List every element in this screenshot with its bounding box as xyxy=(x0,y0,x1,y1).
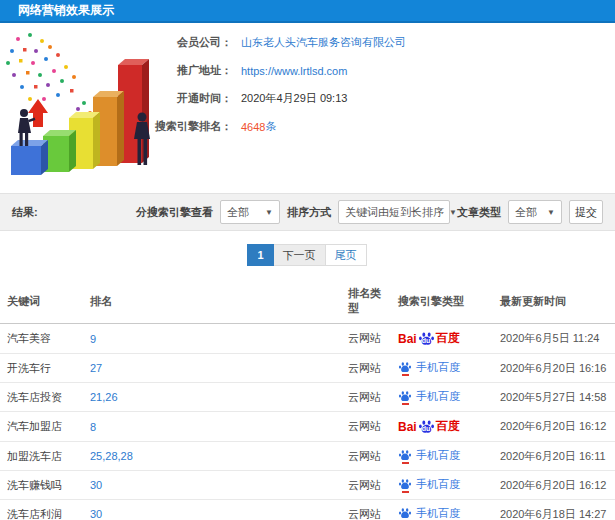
engine-view-label: 分搜索引擎查看 xyxy=(136,205,213,220)
keyword-cell: 汽车加盟店 xyxy=(0,412,85,442)
chevron-down-icon: ▼ xyxy=(449,208,457,217)
keyword-cell: 加盟洗车店 xyxy=(0,442,85,471)
table-row: 洗车赚钱吗 30 云网站 手机百度 2020年6月20日 16:12 xyxy=(0,471,615,500)
rank-type-cell: 云网站 xyxy=(343,412,393,442)
rank-count-label: 搜索引擎排名： xyxy=(148,119,232,134)
baidu-bai-text: Bai xyxy=(398,420,417,434)
rank-type-cell: 云网站 xyxy=(343,383,393,412)
result-label: 结果: xyxy=(12,205,38,220)
article-type-select[interactable]: 全部 ▼ xyxy=(508,200,562,224)
engine-cell: 手机百度 xyxy=(393,442,495,471)
article-type-selected: 全部 xyxy=(515,205,537,220)
rank-cell: 25,28,28 xyxy=(85,442,343,471)
keyword-cell: 汽车美容 xyxy=(0,324,85,354)
engine-view-select[interactable]: 全部 ▼ xyxy=(220,200,280,224)
filter-controls: 分搜索引擎查看 全部 ▼ 排序方式 关键词由短到长排序 ▼ 文章类型 全部 ▼ … xyxy=(136,200,603,224)
rank-link[interactable]: 8 xyxy=(90,421,96,433)
baidu-bai-text: Bai xyxy=(398,332,417,346)
company-info: 会员公司： 山东老人头汽车服务咨询有限公司 推广地址： https://www.… xyxy=(148,33,406,145)
info-row-rank-count: 搜索引擎排名： 4648 条 xyxy=(148,117,406,136)
mobile-baidu-paw-icon xyxy=(398,449,412,462)
updated-cell: 2020年6月20日 16:12 xyxy=(495,471,615,500)
company-name-link[interactable]: 山东老人头汽车服务咨询有限公司 xyxy=(241,35,406,50)
updated-cell: 2020年6月20日 16:12 xyxy=(495,412,615,442)
table-header-row: 关键词 排名 排名类型 搜索引擎类型 最新更新时间 xyxy=(0,278,615,324)
updated-cell: 2020年5月27日 14:58 xyxy=(495,383,615,412)
confetti-dots xyxy=(6,33,92,121)
keyword-cell: 开洗车行 xyxy=(0,354,85,383)
promo-url-link[interactable]: https://www.lrtlsd.com xyxy=(241,65,347,77)
col-rank: 排名 xyxy=(85,278,343,324)
baidu-mobile-logo: 手机百度 xyxy=(398,448,460,463)
rank-cell: 30 xyxy=(85,500,343,520)
rank-link[interactable]: 27 xyxy=(90,362,102,374)
baidu-mobile-logo: 手机百度 xyxy=(398,360,460,375)
updated-cell: 2020年6月18日 14:27 xyxy=(495,500,615,520)
submit-button[interactable]: 提交 xyxy=(569,200,603,224)
mobile-baidu-label: 手机百度 xyxy=(416,389,460,404)
baidu-paw-icon: du xyxy=(418,331,435,347)
up-arrow-icon xyxy=(28,99,48,127)
keyword-cell: 洗车赚钱吗 xyxy=(0,471,85,500)
page-1-button[interactable]: 1 xyxy=(247,244,273,266)
table-row: 汽车加盟店 8 云网站 Bai du 百度 2020年6月20日 16:12 xyxy=(0,412,615,442)
col-engine-type: 搜索引擎类型 xyxy=(393,278,495,324)
col-keyword: 关键词 xyxy=(0,278,85,324)
baidu-du-text: du xyxy=(422,425,431,432)
baidu-mobile-logo: 手机百度 xyxy=(398,477,460,492)
updated-cell: 2020年6月20日 16:16 xyxy=(495,354,615,383)
mobile-baidu-paw-icon xyxy=(398,507,412,520)
baidu-cn-text: 百度 xyxy=(436,330,460,347)
rank-link[interactable]: 30 xyxy=(90,508,102,520)
rank-type-cell: 云网站 xyxy=(343,354,393,383)
company-label: 会员公司： xyxy=(148,35,232,50)
updated-cell: 2020年6月20日 16:11 xyxy=(495,442,615,471)
baidu-pc-logo: Bai du 百度 xyxy=(398,330,460,347)
col-rank-type: 排名类型 xyxy=(343,278,393,324)
rank-count-value: 4648 xyxy=(241,121,265,133)
table-row: 汽车美容 9 云网站 Bai du 百度 2020年6月5日 11:24 xyxy=(0,324,615,354)
titlebar: 网络营销效果展示 xyxy=(0,0,615,23)
next-page-button[interactable]: 下一页 xyxy=(273,244,326,266)
engine-cell: 手机百度 xyxy=(393,471,495,500)
filter-bar: 结果: 分搜索引擎查看 全部 ▼ 排序方式 关键词由短到长排序 ▼ 文章类型 全… xyxy=(0,193,615,231)
mobile-baidu-label: 手机百度 xyxy=(416,448,460,463)
rank-type-cell: 云网站 xyxy=(343,442,393,471)
engine-cell: 手机百度 xyxy=(393,500,495,520)
sort-select[interactable]: 关键词由短到长排序 ▼ xyxy=(338,200,450,224)
top-section: 会员公司： 山东老人头汽车服务咨询有限公司 推广地址： https://www.… xyxy=(0,23,615,193)
info-row-company: 会员公司： 山东老人头汽车服务咨询有限公司 xyxy=(148,33,406,52)
table-row: 开洗车行 27 云网站 手机百度 2020年6月20日 16:16 xyxy=(0,354,615,383)
sort-selected: 关键词由短到长排序 xyxy=(345,205,444,220)
table-body: 汽车美容 9 云网站 Bai du 百度 2020年6月5日 11:24 开洗车… xyxy=(0,324,615,520)
chevron-down-icon: ▼ xyxy=(265,208,273,217)
engine-cell: 手机百度 xyxy=(393,354,495,383)
baidu-mobile-logo: 手机百度 xyxy=(398,389,460,404)
engine-cell: Bai du 百度 xyxy=(393,324,495,354)
rank-cell: 27 xyxy=(85,354,343,383)
engine-cell: Bai du 百度 xyxy=(393,412,495,442)
keyword-cell: 洗车店投资 xyxy=(0,383,85,412)
sort-label: 排序方式 xyxy=(287,205,331,220)
baidu-pc-logo: Bai du 百度 xyxy=(398,418,460,435)
rank-cell: 8 xyxy=(85,412,343,442)
rank-link[interactable]: 9 xyxy=(90,333,96,345)
table-row: 洗车店投资 21,26 云网站 手机百度 2020年5月27日 14:58 xyxy=(0,383,615,412)
mobile-baidu-label: 手机百度 xyxy=(416,477,460,492)
rank-cell: 30 xyxy=(85,471,343,500)
mobile-baidu-label: 手机百度 xyxy=(416,506,460,520)
results-table: 关键词 排名 排名类型 搜索引擎类型 最新更新时间 汽车美容 9 云网站 Bai… xyxy=(0,278,615,520)
rank-type-cell: 云网站 xyxy=(343,500,393,520)
rank-cell: 9 xyxy=(85,324,343,354)
rank-link[interactable]: 25,28,28 xyxy=(90,450,133,462)
last-page-button[interactable]: 尾页 xyxy=(325,244,367,266)
rank-link[interactable]: 21,26 xyxy=(90,391,118,403)
chevron-down-icon: ▼ xyxy=(547,208,555,217)
keyword-cell: 洗车店利润 xyxy=(0,500,85,520)
rank-count-suffix: 条 xyxy=(265,119,276,134)
rank-link[interactable]: 30 xyxy=(90,479,102,491)
baidu-paw-icon: du xyxy=(418,419,435,435)
bar-blue xyxy=(11,140,48,175)
promo-url-label: 推广地址： xyxy=(148,63,232,78)
mobile-baidu-paw-icon xyxy=(398,390,412,403)
